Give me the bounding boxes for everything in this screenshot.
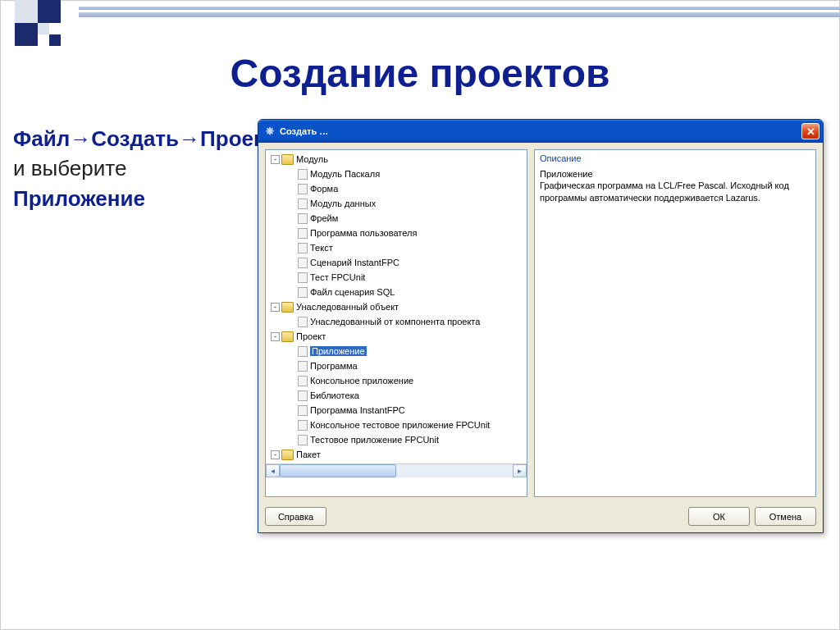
tree-item[interactable]: Фрейм <box>266 211 527 226</box>
tree-item-label: Консольное тестовое приложение FPCUnit <box>310 420 490 430</box>
tree-item-label: Модуль Паскаля <box>310 169 380 179</box>
tree-item-label: Тестовое приложение FPCUnit <box>310 435 439 445</box>
file-icon <box>298 376 308 386</box>
tree-item-label: Унаследованный от компонента проекта <box>310 317 480 326</box>
folder-icon <box>281 331 294 342</box>
tree-item[interactable]: Приложение <box>266 344 527 358</box>
file-icon <box>298 346 308 357</box>
file-icon <box>298 287 308 298</box>
lazarus-icon: ❋ <box>263 125 276 138</box>
collapse-icon[interactable]: - <box>271 450 280 459</box>
tree-item-label: Программа <box>310 361 358 371</box>
tree-item-label: Проект <box>296 331 326 341</box>
tree-item[interactable]: Модуль данных <box>266 196 527 211</box>
tree-item[interactable]: Тестовое приложение FPCUnit <box>266 432 527 447</box>
folder-icon <box>281 450 294 460</box>
description-text: ПриложениеГрафическая программа на LCL/F… <box>540 168 810 203</box>
file-icon <box>298 272 308 283</box>
tree-item-label: Пакет <box>296 450 321 459</box>
create-dialog: ❋ Создать … ✕ -МодульМодуль ПаскаляФорма… <box>258 119 824 533</box>
tree-item-label: Тест FPCUnit <box>310 272 365 282</box>
folder-icon <box>281 302 294 313</box>
tree-item[interactable]: -Унаследованный объект <box>266 299 527 314</box>
file-icon <box>298 390 308 401</box>
tree-item[interactable]: Библиотека <box>266 388 527 403</box>
file-icon <box>298 228 308 239</box>
file-icon <box>298 243 308 253</box>
tree-item[interactable]: Модуль Паскаля <box>266 167 527 181</box>
tree-item[interactable]: Сценарий InstantFPC <box>266 255 527 270</box>
tree-item-label: Модуль <box>296 154 328 164</box>
tree-item[interactable]: Программа <box>266 358 527 373</box>
file-icon <box>298 258 308 268</box>
tree-item-label: Библиотека <box>310 390 359 400</box>
file-icon <box>298 405 308 416</box>
tree-item[interactable]: Программа пользователя <box>266 226 527 240</box>
tree-item-label: Консольное приложение <box>310 376 413 386</box>
help-button[interactable]: Справка <box>265 507 326 526</box>
file-icon <box>298 184 308 194</box>
tree-item[interactable]: Программа InstantFPC <box>266 403 527 418</box>
tree-item[interactable]: Тест FPCUnit <box>266 270 527 285</box>
tree-item-label: Программа InstantFPC <box>310 405 405 415</box>
file-icon <box>298 420 308 431</box>
collapse-icon[interactable]: - <box>271 332 280 341</box>
tree-item-label: Файл сценария SQL <box>310 287 395 297</box>
tree-item-label: Фрейм <box>310 213 338 223</box>
page-title: Создание проектов <box>0 51 840 96</box>
scroll-right-button[interactable]: ► <box>513 464 527 477</box>
horizontal-scrollbar[interactable]: ◄ ► <box>266 463 527 477</box>
ok-button[interactable]: ОК <box>688 507 750 526</box>
tree-item-label: Текст <box>310 243 333 253</box>
scroll-left-button[interactable]: ◄ <box>266 464 280 477</box>
file-icon <box>298 317 308 327</box>
instruction-text: Файл→Создать→Проект и выберите Приложени… <box>13 119 251 533</box>
tree-item[interactable]: Файл сценария SQL <box>266 285 527 299</box>
file-icon <box>298 169 308 180</box>
tree-item[interactable]: -Пакет <box>266 447 527 462</box>
tree-item-label: Модуль данных <box>310 199 376 208</box>
tree-item[interactable]: Унаследованный от компонента проекта <box>266 314 527 329</box>
collapse-icon[interactable]: - <box>271 155 280 164</box>
tree-item[interactable]: Форма <box>266 181 527 196</box>
dialog-title: Создать … <box>280 126 328 136</box>
tree-item[interactable]: -Проект <box>266 329 527 344</box>
file-icon <box>298 435 308 445</box>
tree-item[interactable]: Консольное приложение <box>266 373 527 388</box>
tree-item[interactable]: Текст <box>266 240 527 255</box>
scrollbar-thumb[interactable] <box>280 464 396 477</box>
dialog-titlebar[interactable]: ❋ Создать … ✕ <box>258 120 823 143</box>
cancel-button[interactable]: Отмена <box>755 507 816 526</box>
tree-item[interactable]: Консольное тестовое приложение FPCUnit <box>266 418 527 432</box>
tree-item-label: Программа пользователя <box>310 228 417 238</box>
file-icon <box>298 361 308 372</box>
file-icon <box>298 199 308 209</box>
collapse-icon[interactable]: - <box>271 303 280 312</box>
description-panel: Описание ПриложениеГрафическая программа… <box>534 149 816 497</box>
close-button[interactable]: ✕ <box>801 123 819 139</box>
tree-item[interactable]: -Модуль <box>266 152 527 167</box>
file-icon <box>298 213 308 224</box>
tree-item-label: Унаследованный объект <box>296 302 399 312</box>
tree-item-label: Приложение <box>310 346 367 356</box>
folder-icon <box>281 154 294 165</box>
description-heading: Описание <box>540 153 810 163</box>
project-tree[interactable]: -МодульМодуль ПаскаляФормаМодуль данныхФ… <box>265 149 527 497</box>
slide-decoration <box>0 0 840 33</box>
tree-item-label: Форма <box>310 184 338 194</box>
tree-item-label: Сценарий InstantFPC <box>310 258 399 267</box>
close-icon: ✕ <box>806 126 815 138</box>
